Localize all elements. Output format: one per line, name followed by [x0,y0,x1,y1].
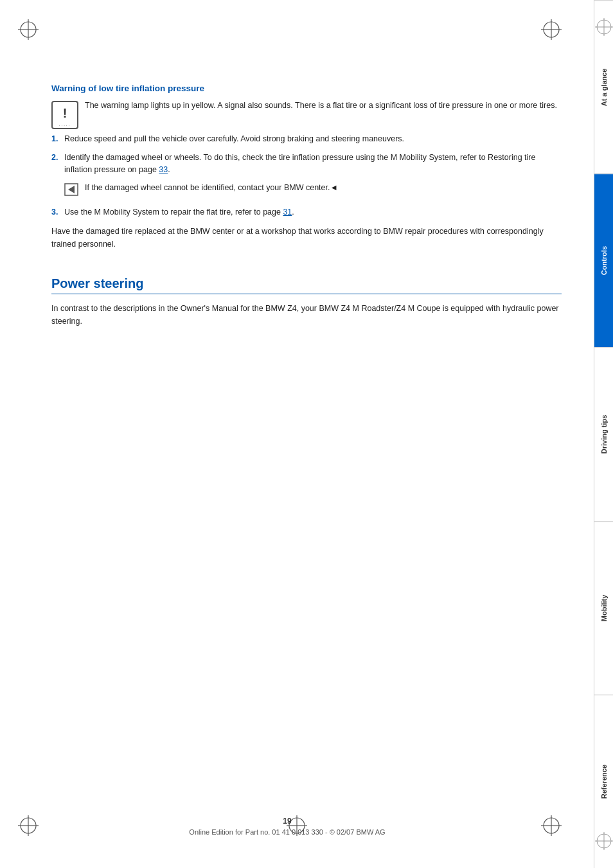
warning-intro-text: The warning lamp lights up in yellow. A … [85,100,557,112]
step-1-text: Reduce speed and pull the vehicle over c… [64,133,404,145]
crosshair-tl [18,19,39,40]
sidebar-tab-driving-tips[interactable]: Driving tips [594,347,613,520]
note-triangle-icon [64,183,78,200]
step-1: 1. Reduce speed and pull the vehicle ove… [51,133,562,145]
step-3-text: Use the M Mobility System to repair the … [64,206,294,218]
sidebar-tab-mobility[interactable]: Mobility [594,521,613,695]
step-3-list: 3. Use the M Mobility System to repair t… [51,206,562,218]
step-2: 2. Identify the damaged wheel or wheels.… [51,152,562,176]
warning-title: Warning of low tire inflation pressure [51,84,562,93]
note-box: If the damaged wheel cannot be identifie… [64,182,562,200]
step-2-text: Identify the damaged wheel or wheels. To… [64,152,562,176]
main-content: Warning of low tire inflation pressure !… [0,0,594,868]
page-number: 19 [0,817,574,826]
step-3: 3. Use the M Mobility System to repair t… [51,206,562,218]
power-steering-section: Power steering In contrast to the descri… [51,276,562,328]
warning-section: Warning of low tire inflation pressure !… [51,84,562,251]
step-3-num: 3. [51,206,64,218]
svg-marker-7 [68,186,75,193]
warning-lamp-icon: ! ····· [51,101,78,129]
sidebar: At a glance Controls Driving tips Mobili… [594,0,613,868]
crosshair-tr [541,19,562,40]
step-3-link[interactable]: 31 [283,208,292,217]
sidebar-tab-controls[interactable]: Controls [594,173,613,347]
step-2-link[interactable]: 33 [159,165,168,174]
sidebar-crosshair-top [595,18,613,36]
page-wrapper: Warning of low tire inflation pressure !… [0,0,613,868]
step-1-num: 1. [51,133,64,145]
step-2-num: 2. [51,152,64,176]
footer-text: Online Edition for Part no. 01 41 0 013 … [0,828,574,836]
sidebar-crosshair-bottom [595,832,613,850]
warning-intro: ! ····· The warning lamp lights up in ye… [51,100,562,129]
page-footer: 19 Online Edition for Part no. 01 41 0 0… [0,817,574,836]
damage-paragraph: Have the damaged tire replaced at the BM… [51,225,562,251]
power-steering-title: Power steering [51,276,562,294]
power-steering-text: In contrast to the descriptions in the O… [51,302,562,328]
warning-steps: 1. Reduce speed and pull the vehicle ove… [51,133,562,175]
note-text: If the damaged wheel cannot be identifie… [85,182,338,194]
